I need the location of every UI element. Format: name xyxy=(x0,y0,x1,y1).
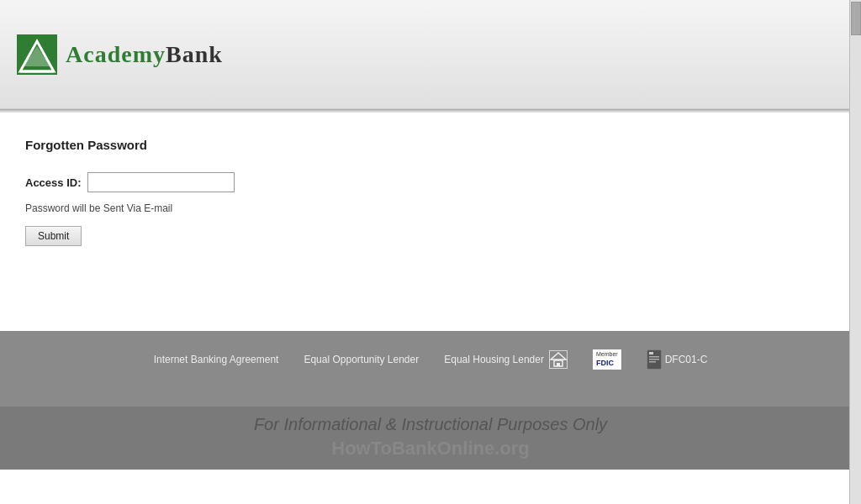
svg-rect-9 xyxy=(649,352,653,354)
svg-rect-11 xyxy=(649,359,659,360)
scrollbar[interactable] xyxy=(849,0,861,504)
logo-text: AcademyBank xyxy=(66,41,223,68)
internet-banking-agreement-link[interactable]: Internet Banking Agreement xyxy=(154,354,279,365)
equal-housing-lender-badge: Equal Housing Lender xyxy=(444,350,568,369)
watermark-line2: HowToBankOnline.org xyxy=(17,438,844,459)
header: AcademyBank xyxy=(0,0,861,109)
fdic-label: FDIC xyxy=(596,359,614,367)
svg-rect-12 xyxy=(649,361,656,363)
access-id-row: Access ID: xyxy=(25,172,836,192)
form-title: Forgotten Password xyxy=(25,138,836,152)
footer: Internet Banking Agreement Equal Opportu… xyxy=(0,331,861,407)
watermark-line1: For Informational & Instructional Purpos… xyxy=(17,415,844,434)
svg-rect-7 xyxy=(557,363,560,366)
access-id-label: Access ID: xyxy=(25,176,81,189)
svg-marker-5 xyxy=(551,353,566,360)
watermark: For Informational & Instructional Purpos… xyxy=(0,407,861,470)
fdic-member-label: Member xyxy=(596,351,618,358)
dfc-icon xyxy=(647,349,662,370)
dfc-badge: DFC01-C xyxy=(647,349,708,370)
form-hint: Password will be Sent Via E-mail xyxy=(25,202,836,214)
main-content: Forgotten Password Access ID: Password w… xyxy=(0,113,861,331)
logo-text-black: Bank xyxy=(166,41,223,67)
equal-opportunity-lender-link[interactable]: Equal Opportunity Lender xyxy=(304,354,419,365)
submit-button[interactable]: Submit xyxy=(25,226,82,246)
fdic-badge-container: Member FDIC xyxy=(593,349,621,369)
academy-bank-logo-icon xyxy=(17,34,57,75)
dfc-label: DFC01-C xyxy=(665,354,708,365)
fdic-badge: Member FDIC xyxy=(593,349,621,369)
logo-text-green: Academy xyxy=(66,41,166,67)
footer-links: Internet Banking Agreement Equal Opportu… xyxy=(17,349,844,370)
equal-housing-lender-link[interactable]: Equal Housing Lender xyxy=(444,354,544,365)
equal-housing-icon xyxy=(549,350,568,369)
scrollbar-thumb[interactable] xyxy=(851,2,861,35)
logo-container: AcademyBank xyxy=(17,34,223,75)
svg-rect-10 xyxy=(649,356,659,358)
access-id-input[interactable] xyxy=(87,172,235,192)
